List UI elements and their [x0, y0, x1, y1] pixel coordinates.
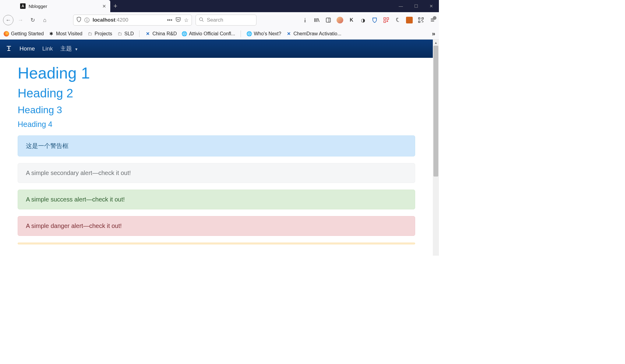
svg-rect-6 — [384, 21, 386, 23]
heading-4: Heading 4 — [18, 120, 415, 129]
bookmark-china-rd[interactable]: ✕ China R&D — [145, 31, 177, 37]
confluence-icon: ✕ — [145, 31, 150, 37]
close-tab-icon[interactable]: × — [102, 3, 106, 10]
search-input[interactable] — [207, 17, 253, 23]
extension-qr2-icon[interactable] — [418, 17, 424, 23]
main-content: Heading 1 Heading 2 Heading 3 Heading 4 … — [0, 58, 433, 250]
bookmark-chemdraw[interactable]: ✕ ChemDraw Activatio... — [286, 31, 341, 37]
app-menu-button[interactable]: ≡ — [429, 17, 436, 23]
confluence-icon: ✕ — [286, 31, 291, 37]
library-icon[interactable] — [313, 17, 320, 23]
alert-primary: 这是一个警告框 — [18, 135, 415, 156]
svg-rect-10 — [418, 21, 420, 23]
downloads-icon[interactable]: ⭳ — [302, 17, 309, 23]
info-icon[interactable]: ⓘ — [84, 17, 90, 24]
page-viewport: Home Link 主题 ▼ Heading 1 Heading 2 Headi… — [0, 40, 439, 256]
alert-danger: A simple danger alert—check it out! — [18, 216, 415, 236]
scroll-up-button[interactable]: ▴ — [433, 40, 439, 46]
bookmark-projects[interactable]: 🗀 Projects — [87, 31, 112, 37]
app-logo-icon[interactable] — [5, 44, 12, 53]
bookmarks-overflow-button[interactable]: » — [432, 30, 435, 37]
browser-tab[interactable]: A Nblogger × — [16, 0, 110, 12]
browser-titlebar: A Nblogger × + — ☐ ✕ — [0, 0, 439, 12]
heading-3: Heading 3 — [18, 104, 415, 116]
new-tab-button[interactable]: + — [110, 0, 121, 12]
home-button[interactable]: ⌂ — [40, 15, 50, 25]
account-avatar-icon[interactable] — [337, 17, 343, 23]
globe-icon: 🌐 — [246, 31, 252, 37]
bookmark-most-visited[interactable]: ✱ Most Visited — [49, 31, 83, 37]
search-bar[interactable] — [196, 15, 256, 26]
maximize-button[interactable]: ☐ — [408, 4, 424, 9]
svg-point-0 — [200, 18, 203, 21]
address-bar[interactable]: ⓘ localhost:4200 ••• ☆ — [73, 15, 192, 26]
alert-secondary: A simple secondary alert—check it out! — [18, 163, 415, 183]
tab-title: Nblogger — [29, 4, 99, 9]
nav-home[interactable]: Home — [19, 45, 35, 52]
app-navbar: Home Link 主题 ▼ — [0, 40, 433, 58]
url-text: localhost:4200 — [93, 17, 128, 23]
bookmark-label: Getting Started — [11, 31, 44, 37]
bookmark-label: Attivio Official Confl... — [189, 31, 235, 37]
svg-rect-9 — [422, 18, 423, 19]
bookmark-label: Most Visited — [56, 31, 83, 37]
heading-1: Heading 1 — [18, 64, 415, 82]
back-button[interactable]: ← — [3, 15, 13, 25]
svg-rect-8 — [418, 18, 420, 19]
extension-orange-icon[interactable] — [406, 17, 413, 23]
page-actions-icon[interactable]: ••• — [167, 17, 172, 23]
toolbar-extensions: ⭳ K ◑ ≡ — [302, 17, 436, 23]
angular-favicon: A — [20, 3, 26, 9]
svg-rect-2 — [326, 18, 330, 22]
vertical-scrollbar[interactable]: ▴ — [433, 40, 439, 256]
bookmark-getting-started[interactable]: Getting Started — [4, 31, 44, 37]
firefox-icon — [4, 31, 9, 37]
close-window-button[interactable]: ✕ — [424, 4, 439, 9]
bookmark-label: Projects — [94, 31, 112, 37]
pocket-icon[interactable] — [175, 17, 181, 24]
globe-icon: 🌐 — [182, 31, 187, 37]
bookmark-label: Who's Next? — [254, 31, 281, 37]
svg-rect-4 — [384, 18, 386, 19]
bookmark-separator — [241, 30, 241, 37]
browser-toolbar: ← → ↻ ⌂ ⓘ localhost:4200 ••• ☆ ⭳ K ◑ — [0, 12, 439, 28]
bookmark-attivio[interactable]: 🌐 Attivio Official Confl... — [182, 31, 235, 37]
page-content: Home Link 主题 ▼ Heading 1 Heading 2 Headi… — [0, 40, 433, 256]
bookmark-label: SLD — [124, 31, 134, 37]
bookmark-separator — [139, 30, 139, 37]
svg-rect-5 — [387, 18, 389, 19]
svg-rect-7 — [387, 21, 388, 22]
extension-qr-icon[interactable] — [383, 17, 390, 23]
alert-warning-peek — [18, 243, 415, 244]
bookmark-whos-next[interactable]: 🌐 Who's Next? — [246, 31, 281, 37]
minimize-button[interactable]: — — [393, 4, 408, 9]
reload-button[interactable]: ↻ — [27, 15, 38, 25]
svg-line-1 — [202, 20, 203, 22]
shield-icon — [76, 17, 81, 24]
extension-k-icon[interactable]: K — [348, 17, 355, 23]
heading-2: Heading 2 — [18, 86, 415, 100]
scroll-thumb[interactable] — [433, 46, 438, 177]
folder-icon: 🗀 — [87, 31, 93, 37]
reader-view-icon[interactable] — [325, 17, 332, 23]
bookmark-label: China R&D — [152, 31, 177, 37]
bookmarks-bar: Getting Started ✱ Most Visited 🗀 Project… — [0, 28, 439, 40]
alert-success: A simple success alert—check it out! — [18, 190, 415, 209]
extension-globe-icon[interactable]: ◑ — [360, 17, 366, 23]
window-controls: — ☐ ✕ — [393, 0, 439, 12]
forward-button[interactable]: → — [15, 15, 26, 25]
gear-icon: ✱ — [49, 31, 54, 37]
bookmark-star-icon[interactable]: ☆ — [184, 17, 189, 23]
extension-evernote-icon[interactable] — [394, 17, 401, 23]
chevron-down-icon: ▼ — [75, 47, 78, 51]
extension-bitwarden-icon[interactable] — [371, 17, 378, 23]
bookmark-sld[interactable]: 🗀 SLD — [117, 31, 134, 37]
nav-theme-dropdown[interactable]: 主题 ▼ — [60, 45, 78, 53]
nav-theme-label: 主题 — [60, 45, 72, 52]
nav-link[interactable]: Link — [42, 45, 53, 52]
search-icon — [199, 17, 204, 23]
bookmark-label: ChemDraw Activatio... — [293, 31, 341, 37]
folder-icon: 🗀 — [117, 31, 122, 37]
